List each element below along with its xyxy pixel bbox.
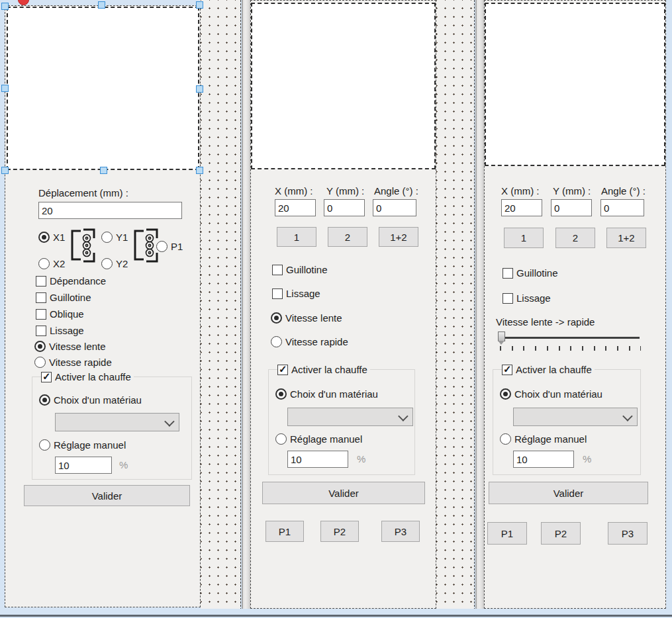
radio-speed-fast-circle[interactable]: [34, 357, 46, 368]
checkbox-guillotine-box[interactable]: [36, 292, 46, 303]
radio-material-circle[interactable]: [275, 388, 287, 400]
selection-handle[interactable]: [196, 85, 203, 93]
move-1-button[interactable]: 1: [277, 227, 316, 247]
preset-p1-button[interactable]: P1: [265, 521, 304, 542]
checkbox-lissage-box[interactable]: [503, 293, 513, 304]
selection-handle[interactable]: [1, 3, 9, 10]
radio-speed-fast-circle[interactable]: [271, 336, 282, 347]
checkbox-heat-enable-box[interactable]: [502, 365, 512, 375]
checkbox-dependance-box[interactable]: [36, 276, 46, 287]
checkbox-lissage-box[interactable]: [36, 326, 46, 336]
radio-x2-circle[interactable]: [38, 258, 50, 269]
selection-handle[interactable]: [100, 167, 107, 174]
preset-p3-button[interactable]: P3: [381, 521, 420, 542]
move-1plus2-button[interactable]: 1+2: [606, 228, 646, 248]
checkbox-heat-enable[interactable]: Activer la chauffe: [41, 371, 134, 382]
radio-y1-circle[interactable]: [101, 232, 113, 243]
checkbox-lissage[interactable]: Lissage: [36, 325, 84, 336]
manual-percent-input[interactable]: [287, 451, 348, 468]
checkbox-lissage-box[interactable]: [272, 288, 283, 299]
radio-material[interactable]: Choix d'un matériau: [275, 388, 378, 400]
checkbox-lissage[interactable]: Lissage: [503, 292, 551, 304]
radio-speed-slow[interactable]: Vitesse lente: [34, 341, 106, 352]
material-combobox[interactable]: [513, 408, 638, 426]
radio-manual-circle[interactable]: [275, 433, 287, 445]
selection-handle[interactable]: [1, 167, 9, 174]
checkbox-guillotine[interactable]: Guillotine: [503, 267, 558, 279]
checkbox-heat-enable-box[interactable]: [277, 365, 288, 375]
radio-material[interactable]: Choix d'un matériau: [500, 388, 602, 400]
radio-x1-circle[interactable]: [38, 232, 50, 243]
checkbox-guillotine-box[interactable]: [503, 268, 513, 279]
validate-button[interactable]: Valider: [489, 482, 648, 504]
speed-slider-thumb[interactable]: [498, 331, 505, 341]
move-1plus2-button[interactable]: 1+2: [379, 227, 418, 247]
move-2-button[interactable]: 2: [328, 227, 367, 247]
manual-percent-input[interactable]: [513, 451, 574, 468]
checkbox-heat-enable[interactable]: Activer la chauffe: [277, 364, 370, 375]
checkbox-guillotine[interactable]: Guillotine: [36, 292, 91, 303]
checkbox-guillotine[interactable]: Guillotine: [272, 264, 328, 275]
radio-y2-circle[interactable]: [101, 258, 113, 269]
radio-material[interactable]: Choix d'un matériau: [39, 394, 142, 406]
radio-p1-circle[interactable]: [156, 241, 168, 252]
x-input[interactable]: [275, 199, 316, 216]
panel-xy-control-1: X (mm) : Y (mm) : Angle (°) : 1 2 1+2 Gu…: [250, 0, 436, 609]
checkbox-lissage[interactable]: Lissage: [272, 288, 320, 299]
radio-manual-circle[interactable]: [500, 433, 511, 445]
radio-x1[interactable]: X1: [38, 232, 65, 243]
y-input[interactable]: [324, 199, 365, 216]
preset-p3-button[interactable]: P3: [608, 522, 648, 545]
validate-button[interactable]: Valider: [24, 485, 190, 506]
x-input[interactable]: [501, 199, 542, 216]
preview-canvas-selected[interactable]: [7, 7, 199, 170]
angle-input[interactable]: [600, 199, 644, 216]
radio-x2[interactable]: X2: [38, 258, 65, 269]
manual-percent-input[interactable]: [55, 457, 112, 474]
material-combobox[interactable]: [287, 408, 413, 426]
checkbox-guillotine-box[interactable]: [272, 265, 283, 275]
checkbox-oblique-box[interactable]: [36, 309, 46, 320]
radio-y2[interactable]: Y2: [101, 258, 128, 269]
angle-label: Angle (°) :: [601, 185, 646, 197]
radio-y1[interactable]: Y1: [101, 232, 128, 243]
checkbox-dependance[interactable]: Dépendance: [36, 275, 106, 287]
radio-manual[interactable]: Réglage manuel: [500, 433, 587, 445]
radio-speed-slow-label: Vitesse lente: [49, 341, 106, 352]
selection-handle[interactable]: [196, 167, 203, 174]
speed-slider-track[interactable]: [499, 337, 640, 339]
checkbox-heat-enable[interactable]: Activer la chauffe: [502, 364, 595, 375]
radio-speed-fast[interactable]: Vitesse rapide: [34, 357, 112, 368]
radio-speed-slow-circle[interactable]: [34, 341, 46, 352]
selection-handle[interactable]: [196, 1, 203, 9]
preview-canvas[interactable]: [251, 3, 436, 169]
material-combobox[interactable]: [55, 413, 179, 431]
preview-canvas[interactable]: [485, 3, 665, 166]
angle-input[interactable]: [373, 199, 416, 216]
preset-p2-button[interactable]: P2: [541, 522, 581, 545]
move-2-button[interactable]: 2: [555, 228, 595, 248]
move-1-button[interactable]: 1: [504, 228, 544, 248]
displacement-input[interactable]: [38, 202, 182, 219]
preset-p1-button[interactable]: P1: [487, 522, 527, 545]
radio-manual[interactable]: Réglage manuel: [275, 433, 362, 445]
selection-handle[interactable]: [1, 85, 9, 92]
radio-material-circle[interactable]: [500, 388, 511, 400]
radio-speed-fast[interactable]: Vitesse rapide: [271, 336, 348, 347]
radio-manual[interactable]: Réglage manuel: [39, 439, 126, 451]
y-input[interactable]: [551, 199, 592, 216]
validate-button[interactable]: Valider: [262, 482, 425, 504]
radio-manual-circle[interactable]: [39, 439, 50, 451]
radio-material-circle[interactable]: [39, 394, 50, 406]
chevron-down-icon: [398, 411, 408, 421]
checkbox-heat-enable-box[interactable]: [41, 372, 52, 382]
designer-grid-strip: [436, 0, 474, 610]
preset-p2-button[interactable]: P2: [320, 521, 359, 542]
splitter-bar[interactable]: [475, 0, 484, 610]
radio-speed-slow[interactable]: Vitesse lente: [271, 312, 342, 324]
checkbox-oblique[interactable]: Oblique: [36, 308, 84, 320]
selection-handle[interactable]: [98, 1, 105, 9]
radio-p1[interactable]: P1: [156, 241, 183, 252]
radio-speed-slow-circle[interactable]: [271, 312, 282, 324]
splitter-bar[interactable]: [242, 0, 250, 610]
